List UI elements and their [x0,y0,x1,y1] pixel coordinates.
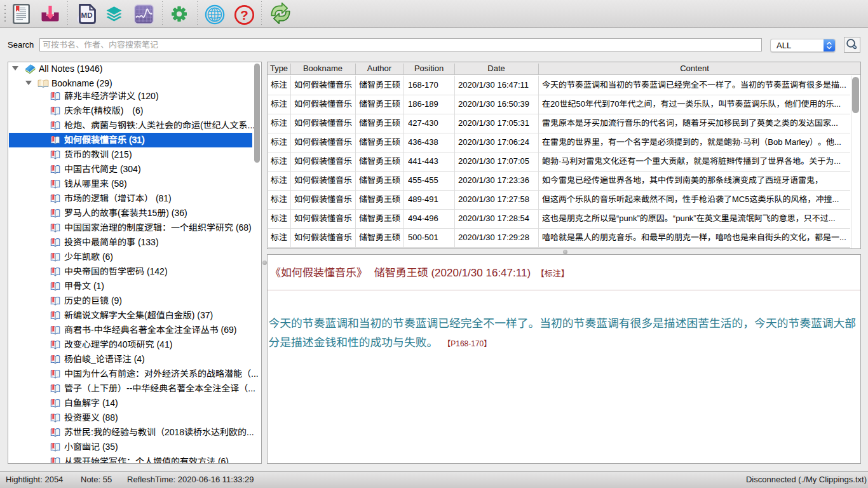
svg-text:MD: MD [81,11,93,19]
svg-text:?: ? [240,8,248,22]
